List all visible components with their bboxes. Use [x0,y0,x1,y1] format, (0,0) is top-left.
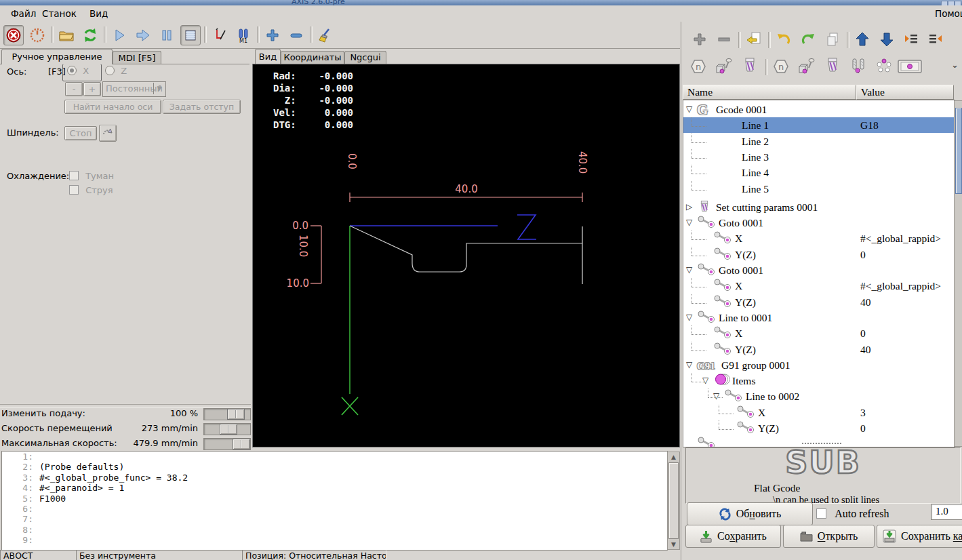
pillars-button[interactable] [848,56,868,77]
move-up-button[interactable] [852,29,873,49]
touch-off-button[interactable]: Задать отступ [163,100,241,114]
expander-closed-icon[interactable]: ▷ [686,199,692,215]
dot-ring-button[interactable] [874,56,894,77]
expander-open-icon[interactable]: ▽ [686,357,692,373]
pane-sash-grip[interactable] [802,443,841,444]
tree-row-value[interactable]: #<_global_rappid> [860,278,941,294]
machine-power-button[interactable] [27,25,47,45]
tree-scrollbar[interactable] [954,100,962,447]
jog-minus-button[interactable]: - [65,82,83,96]
stop-button[interactable] [180,25,201,45]
gcode-scrollbar-thumb[interactable] [668,462,679,539]
menu-help[interactable]: Помощь [931,7,962,20]
hex-n-button[interactable]: n [688,56,708,77]
redo-button[interactable] [798,29,818,49]
menu-1[interactable]: Станок [38,7,81,20]
max-velocity-handle[interactable] [233,439,250,449]
tree-row-y-z-[interactable]: Y(Z)0 [683,247,955,262]
feed-override-slider[interactable] [203,408,251,420]
tool-pin-button[interactable] [714,56,734,77]
tree-row-value[interactable]: 40 [860,342,871,357]
scroll-down-icon[interactable]: ▼ [668,540,679,549]
save-as-button[interactable]: Сохранить как [877,525,962,548]
save-button[interactable]: Сохранить [685,525,781,548]
tree-row-line-2[interactable]: Line 2 [683,134,955,149]
refresh-interval-input[interactable]: 1.0 [931,504,962,520]
mist-checkbox[interactable] [69,171,79,180]
axis-x-radio[interactable] [67,66,77,75]
tree-row-value[interactable]: 0 [860,325,866,341]
tab-dro[interactable]: Координаты [281,51,344,64]
tree-row-value[interactable]: 0 [860,420,866,436]
zoom-minus-button[interactable] [286,25,306,45]
jog-speed-handle[interactable] [220,424,237,435]
add-button[interactable] [689,29,710,49]
feature-tree[interactable]: ▽GGcode 0001Line 1G18Line 2Line 3Line 4L… [683,100,955,447]
open-file-button[interactable] [56,25,77,45]
max-velocity-slider[interactable] [203,438,251,450]
tree-row-line-5[interactable]: Line 5 [683,181,955,197]
scroll-up-icon[interactable]: ▲ [668,452,679,462]
refresh-button[interactable]: Обновить [687,502,813,525]
tree-row-value[interactable]: 0 [860,247,866,262]
tree-row-goto-0001[interactable]: ▽Goto 0001 [683,262,955,278]
expander-open-icon[interactable]: ▽ [686,215,692,231]
tree-row-goto-0001[interactable]: ▽Goto 0001 [683,215,955,231]
estop-button[interactable] [3,25,24,45]
drill-bit-button[interactable] [822,56,843,77]
tab-mdi[interactable]: MDI [F5] [113,51,161,64]
hex-n-button[interactable]: n [771,56,791,77]
tab-preview[interactable]: Вид [255,49,281,64]
axis-z-radio[interactable] [105,66,115,75]
spindle-brake-button[interactable] [99,125,117,142]
move-down-button[interactable] [877,29,897,49]
menu-0[interactable]: Файл [7,7,40,20]
open-button[interactable]: Открыть [783,525,875,548]
tree-row-x[interactable]: X0 [683,325,955,341]
tree-row-value[interactable]: G18 [860,117,879,133]
tree-column-value[interactable]: Value [856,85,954,100]
tree-scrollbar-thumb[interactable] [955,108,962,194]
tree-column-name[interactable]: Name [683,85,856,100]
jog-speed-slider[interactable] [203,423,251,435]
duplicate-button[interactable] [822,29,843,49]
menu-2[interactable]: Вид [85,7,112,20]
tree-row-line-to-0001[interactable]: ▽Line to 0001 [683,310,955,325]
tree-row-x[interactable]: X3 [683,405,955,420]
tree-row-gcode-0001[interactable]: ▽GGcode 0001 [683,102,955,117]
run-button[interactable] [109,25,129,45]
preview-canvas[interactable]: Rad: -0.000Dia: -0.000 Z: -0.000Vel: 0.0… [252,64,680,447]
expander-open-icon[interactable]: ▽ [686,262,692,278]
revert-button[interactable] [744,29,764,49]
undo-button[interactable] [774,29,794,49]
tree-row-y-z-[interactable]: Y(Z)0 [683,420,955,436]
tree-row-x[interactable]: X#<_global_rappid> [683,231,955,246]
tool-pin-button[interactable] [797,56,817,77]
home-axis-button[interactable]: Найти начало оси [64,100,161,114]
auto-refresh-checkbox[interactable] [816,508,826,519]
tree-row-line-to-0002[interactable]: ▽Line to 0002 [683,388,955,404]
tree-row-line-3[interactable]: Line 3 [683,149,955,165]
run-from-line-button[interactable] [133,25,153,45]
feed-override-handle[interactable] [227,409,245,420]
indent-button[interactable] [901,29,921,49]
drill-bit-button[interactable] [740,56,760,77]
toolpath-button[interactable] [209,25,230,45]
remove-button[interactable] [714,29,734,49]
jog-plus-button[interactable]: + [83,82,101,96]
zoom-plus-button[interactable] [262,25,283,45]
toolbar-overflow-chevron-icon[interactable]: ⌄ [951,60,959,70]
tab-ngcgui[interactable]: Ngcgui [344,51,386,64]
tree-row-value[interactable]: 3 [860,405,866,420]
gcode-scrollbar[interactable]: ▲ ▼ [667,452,680,550]
cam-rect-button[interactable] [900,56,920,77]
gcode-listing[interactable]: 1:2:(Probe defaults)3:#<_global_probe_fu… [1,451,668,551]
expander-open-icon[interactable]: ▽ [686,102,692,117]
tree-row-y-z-[interactable]: Y(Z)40 [683,342,955,357]
tree-row-line-1[interactable]: Line 1G18 [683,117,955,133]
tree-row-y-z-[interactable]: Y(Z)40 [683,294,955,310]
chevron-down-icon[interactable]: ▼ [153,83,165,94]
tree-row-partial[interactable] [683,436,955,447]
tab-manual-control[interactable]: Ручное управление [F3] [1,49,113,64]
spindle-stop-button[interactable]: Стоп [64,126,97,140]
